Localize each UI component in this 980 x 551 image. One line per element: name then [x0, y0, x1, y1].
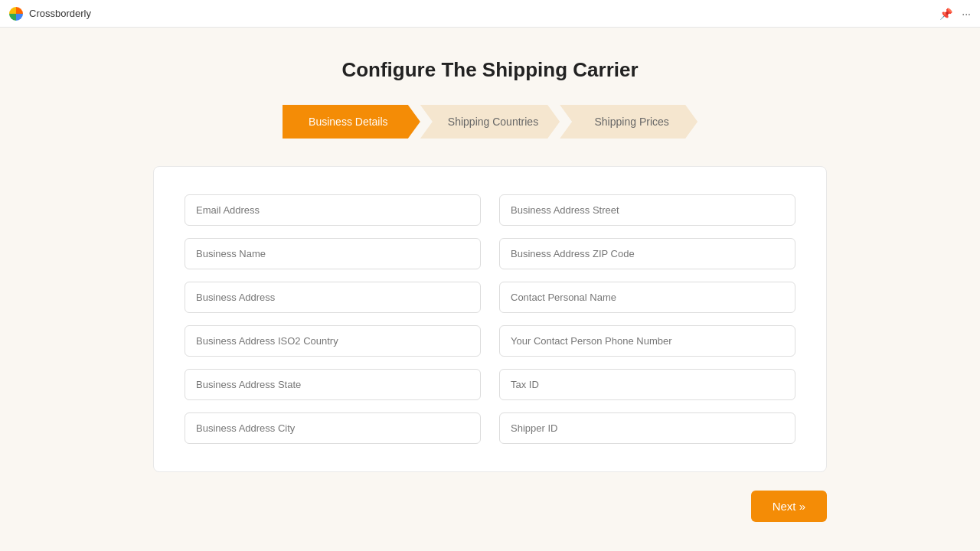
pin-icon[interactable]: 📌 — [939, 8, 952, 20]
contact-phone-input[interactable] — [499, 325, 795, 357]
step-business-details[interactable]: Business Details — [283, 105, 420, 139]
business-address-city-input[interactable] — [185, 412, 481, 444]
step-shipping-prices[interactable]: Shipping Prices — [560, 105, 697, 139]
business-address-input[interactable] — [185, 282, 481, 313]
step-label-business-details: Business Details — [309, 116, 388, 128]
main-content: Configure The Shipping Carrier Business … — [0, 28, 980, 551]
next-button[interactable]: Next » — [751, 491, 827, 522]
contact-personal-name-input[interactable] — [499, 282, 795, 313]
topbar: Crossborderly 📌 ··· — [0, 0, 980, 28]
step-shipping-countries[interactable]: Shipping Countries — [420, 105, 560, 139]
form-card — [153, 166, 827, 472]
page-title: Configure The Shipping Carrier — [341, 58, 638, 82]
business-address-iso2-input[interactable] — [185, 325, 481, 357]
app-icon — [9, 7, 23, 21]
business-address-zip-input[interactable] — [499, 238, 795, 269]
business-address-street-input[interactable] — [499, 194, 795, 226]
business-name-input[interactable] — [185, 238, 481, 269]
email-address-input[interactable] — [185, 194, 481, 226]
topbar-left: Crossborderly — [9, 7, 91, 21]
step-label-shipping-prices: Shipping Prices — [595, 116, 669, 128]
stepper: Business Details Shipping Countries Ship… — [283, 105, 697, 139]
form-grid — [185, 194, 795, 444]
tax-id-input[interactable] — [499, 369, 795, 400]
step-label-shipping-countries: Shipping Countries — [448, 116, 538, 128]
more-icon[interactable]: ··· — [962, 8, 971, 20]
business-address-state-input[interactable] — [185, 369, 481, 400]
topbar-right: 📌 ··· — [939, 8, 971, 20]
shipper-id-input[interactable] — [499, 412, 795, 444]
button-row: Next » — [153, 491, 827, 522]
app-title: Crossborderly — [29, 8, 91, 19]
